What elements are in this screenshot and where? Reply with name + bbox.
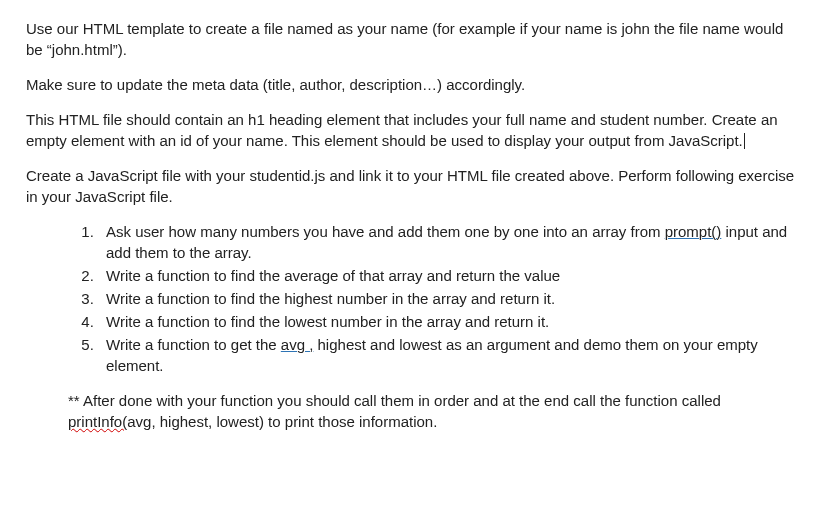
paragraph-5: ** After done with your function you sho… — [68, 390, 795, 432]
para5-avg: avg — [127, 413, 151, 430]
list-item-5: Write a function to get the avg , highes… — [98, 334, 795, 376]
para2-text: Make sure to update the meta data (title… — [26, 76, 525, 93]
paragraph-2: Make sure to update the meta data (title… — [26, 74, 795, 95]
paragraph-1: Use our HTML template to create a file n… — [26, 18, 795, 60]
paragraph-4: Create a JavaScript file with your stude… — [26, 165, 795, 207]
list-item-2: Write a function to find the average of … — [98, 265, 795, 286]
paragraph-3: This HTML file should contain an h1 head… — [26, 109, 795, 151]
text-cursor — [744, 133, 745, 149]
document-page: Use our HTML template to create a file n… — [0, 0, 821, 464]
li1-underline-prompt: prompt() — [665, 223, 722, 240]
li3-text: Write a function to find the highest num… — [106, 290, 555, 307]
li2-text: Write a function to find the average of … — [106, 267, 560, 284]
li5-text-a: Write a function to get the — [106, 336, 281, 353]
para5-underline-printinfo: printInfo( — [68, 413, 127, 430]
para4-text: Create a JavaScript file with your stude… — [26, 167, 794, 205]
list-item-4: Write a function to find the lowest numb… — [98, 311, 795, 332]
li5-underline-avg: avg , — [281, 336, 314, 353]
li1-text-a: Ask user how many numbers you have and a… — [106, 223, 665, 240]
para5-text-b: , highest, lowest) to print those inform… — [151, 413, 437, 430]
li4-text: Write a function to find the lowest numb… — [106, 313, 549, 330]
list-item-1: Ask user how many numbers you have and a… — [98, 221, 795, 263]
para5-text-a: ** After done with your function you sho… — [68, 392, 721, 409]
para3-text: This HTML file should contain an h1 head… — [26, 111, 778, 149]
ordered-list: Ask user how many numbers you have and a… — [26, 221, 795, 376]
para1-text: Use our HTML template to create a file n… — [26, 20, 783, 58]
list-item-3: Write a function to find the highest num… — [98, 288, 795, 309]
